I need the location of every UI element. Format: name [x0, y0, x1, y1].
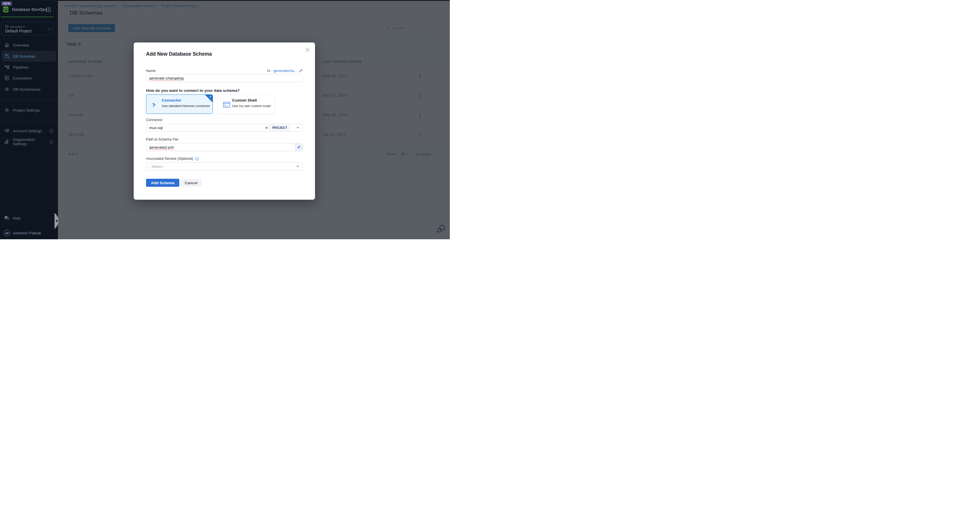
- connector-select[interactable]: mux-sql PROJECT: [146, 124, 303, 132]
- support-chat-widget[interactable]: [436, 223, 446, 234]
- sidebar-item-label: Overview: [13, 43, 29, 47]
- project-name: Default Project: [5, 29, 32, 33]
- sidebar-item-project-settings[interactable]: Project Settings: [0, 105, 58, 116]
- sidebar-divider: [0, 208, 58, 208]
- associated-service-select[interactable]: - Select -: [146, 163, 303, 170]
- option-card-connector[interactable]: ✓ Connector Use standard Harness connect…: [146, 94, 213, 114]
- user-name: Animesh Pathak: [13, 231, 41, 235]
- connector-label: Connector: [146, 118, 163, 122]
- window-top-edge: [0, 0, 450, 1]
- sidebar-item-label: Project Settings: [13, 108, 40, 113]
- sidebar-item-executions[interactable]: Executions: [0, 73, 58, 83]
- path-input[interactable]: generated.yml: [146, 143, 303, 151]
- info-icon[interactable]: [195, 157, 199, 161]
- sidebar: NEW ∞ Database DevOps PROJECT Default Pr…: [0, 0, 58, 239]
- cube-icon: [5, 25, 9, 29]
- sidebar-accent-divider: [1, 17, 53, 17]
- connector-value: mux-sql: [149, 126, 163, 130]
- pin-addon[interactable]: [295, 143, 302, 151]
- chat-bubbles-icon: [436, 223, 446, 234]
- cancel-button[interactable]: Cancel: [180, 179, 202, 187]
- user-menu[interactable]: AP Animesh Pathak: [0, 228, 58, 237]
- service-placeholder: - Select -: [149, 164, 165, 169]
- app-title: Database DevOps: [12, 7, 47, 12]
- close-icon[interactable]: [305, 47, 310, 53]
- service-label-row: Associated Service (Optional): [146, 157, 199, 161]
- sidebar-item-overview[interactable]: Overview: [0, 40, 58, 51]
- info-icon: [49, 129, 53, 133]
- option-subtitle: Use my own custom script: [232, 104, 270, 108]
- sidebar-divider: [0, 121, 58, 121]
- sidebar-item-label: DB Governance: [13, 87, 40, 91]
- name-value: generate-changelog: [149, 76, 184, 80]
- database-devops-logo-icon: ∞: [2, 5, 10, 13]
- svg-text:?: ?: [5, 216, 6, 218]
- app-logo-row: ∞ Database DevOps: [2, 5, 47, 13]
- status-dot: [266, 127, 268, 129]
- new-badge: NEW: [1, 2, 12, 6]
- play-box-icon: [4, 75, 10, 81]
- sidebar-item-db-governance[interactable]: DB Governance: [0, 84, 58, 95]
- help-chat-icon: ?: [4, 215, 10, 221]
- path-value: generated.yml: [149, 145, 174, 150]
- connect-question: How do you want to connect to your data …: [146, 88, 240, 92]
- sidebar-item-account-settings[interactable]: Account Settings: [0, 125, 58, 136]
- project-scope-row: PROJECT: [5, 25, 25, 29]
- option-subtitle: Use standard Harness connector: [162, 104, 210, 108]
- chevron-right-icon: ›: [48, 26, 50, 31]
- sidebar-item-label: Executions: [13, 76, 32, 80]
- sidebar-item-label: DB Schemas: [13, 54, 36, 59]
- info-icon: [49, 140, 53, 144]
- add-schema-modal: Add New Database Schema Name Id : genera…: [134, 43, 315, 200]
- sidebar-item-pipelines[interactable]: Pipelines: [0, 62, 58, 73]
- connector-arrows-icon: [151, 101, 159, 108]
- gear-icon: [4, 108, 10, 113]
- app-grid-icon[interactable]: [46, 7, 51, 12]
- id-prefix: Id :: [267, 69, 272, 73]
- sidebar-item-help[interactable]: ? Help: [0, 213, 58, 223]
- database-gear-icon: [4, 54, 10, 59]
- option-card-custom-shell[interactable]: Custom Shell Use my own custom script: [218, 94, 275, 114]
- add-schema-button[interactable]: Add Schema: [146, 179, 179, 187]
- terminal-icon: [223, 101, 231, 108]
- help-label: Help: [13, 216, 21, 220]
- sidebar-divider: [0, 100, 58, 100]
- sidebar-item-db-schemas[interactable]: DB Schemas: [2, 51, 57, 62]
- home-icon: [4, 43, 10, 48]
- avatar: AP: [4, 230, 10, 236]
- path-label: Path to Schema File: [146, 137, 178, 142]
- pipelines-icon: [4, 65, 10, 70]
- name-label: Name: [146, 69, 156, 73]
- layers-gear-icon: [4, 128, 10, 134]
- check-icon: ✓: [209, 95, 212, 99]
- service-label: Associated Service (Optional): [146, 157, 193, 161]
- modal-title: Add New Database Schema: [146, 51, 212, 57]
- collapse-arrow-icon: [56, 220, 57, 222]
- pin-icon: [297, 145, 301, 149]
- identifier-row: Id : generatecha...: [267, 69, 303, 73]
- svg-text:∞: ∞: [4, 8, 8, 13]
- option-title: Connector: [162, 98, 181, 102]
- option-title: Custom Shell: [232, 98, 257, 102]
- org-gear-icon: [4, 139, 10, 144]
- sidebar-item-organization-settings[interactable]: Organization Settings: [0, 136, 58, 147]
- chevron-down-icon: [297, 166, 299, 167]
- name-input[interactable]: generate-changelog: [146, 74, 303, 82]
- id-value-link[interactable]: generatecha...: [274, 69, 297, 73]
- project-selector[interactable]: PROJECT Default Project ›: [1, 22, 53, 35]
- project-scope-label: PROJECT: [10, 25, 25, 29]
- scope-badge: PROJECT: [269, 125, 290, 131]
- chevron-down-icon: [297, 127, 299, 129]
- gear-icon: [4, 87, 10, 92]
- edit-pencil-icon[interactable]: [299, 69, 303, 73]
- sidebar-item-label: Pipelines: [13, 65, 29, 69]
- sidebar-item-label: Organization Settings: [13, 137, 49, 146]
- sidebar-item-label: Account Settings: [13, 129, 42, 133]
